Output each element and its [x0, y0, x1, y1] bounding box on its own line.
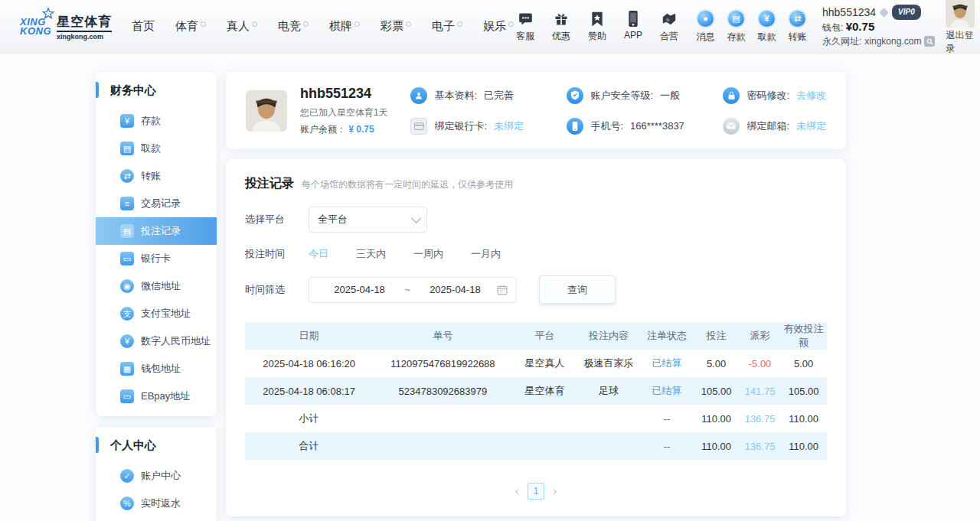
deposit-icon: ▤ [727, 9, 746, 28]
wechat-icon: ◉ [120, 279, 134, 293]
email-bind-item: 绑定邮箱: 未绑定 [723, 118, 826, 135]
vip-gem-icon [879, 8, 889, 18]
date-to-input[interactable]: 2025-04-18 [413, 284, 497, 295]
header-payout: 派彩 [740, 322, 780, 350]
withdraw-link[interactable]: ¥ 取款 [757, 9, 776, 44]
date-range-label: 时间筛选 [245, 283, 309, 297]
sidebar-item-realtime-rebate[interactable]: % 实时返水 [96, 490, 217, 517]
wallet-balance: ¥0.75 [846, 20, 875, 33]
digital-yuan-icon: ¥ [120, 334, 134, 348]
handshake-icon [661, 10, 678, 27]
sidebar-item-transactions[interactable]: ≡ 交易记录 [96, 190, 217, 217]
sidebar-item-wallet-address[interactable]: ▦ 钱包地址 [96, 355, 217, 383]
total-row: 合计 -- 110.00 136.75 110.00 [245, 432, 827, 460]
menu-item-chess[interactable]: 棋牌 [329, 19, 360, 34]
bind-bankcard-link[interactable]: 未绑定 [494, 119, 524, 133]
customer-service-link[interactable]: 客服 [514, 10, 537, 43]
bet-records-title: 投注记录 [245, 176, 294, 192]
partnership-link[interactable]: 合营 [658, 10, 681, 43]
bet-records-icon: ▤ [120, 224, 134, 238]
user-avatar[interactable] [946, 0, 975, 28]
account-links: ● 消息 ▤ 存款 ¥ 取款 ⇄ 转账 [696, 9, 807, 44]
bet-records-card: 投注记录 每个场馆的数据将有一定时间的延迟，仅供参考使用 选择平台 全平台 投注… [226, 159, 846, 516]
bankcard-icon: ▭ [120, 252, 134, 265]
wallet-label: 钱包: [822, 22, 843, 33]
logo-kong: KONG [20, 27, 51, 36]
transfer-icon: ⇄ [120, 169, 134, 183]
date-range-picker[interactable]: 2025-04-18 ~ 2025-04-18 [309, 277, 517, 303]
menu-item-slots[interactable]: 电子 [432, 19, 462, 34]
balance-value: ¥ 0.75 [348, 124, 374, 135]
platform-filter-label: 选择平台 [245, 213, 309, 226]
chevron-down-icon [411, 213, 421, 223]
profile-card: hhb551234 您已加入星空体育1天 账户余额： ¥ 0.75 基本资料: … [226, 72, 846, 149]
menu-item-sports[interactable]: 体育 [175, 19, 206, 34]
next-page-button[interactable]: › [553, 485, 557, 497]
dropdown-ring-icon [457, 21, 462, 27]
messages-link[interactable]: ● 消息 [696, 9, 715, 44]
finance-center-card: 财务中心 ¥ 存款 ▤ 取款 ⇄ 转账 ≡ 交易记录 ▤ 投注记录 ▭ [96, 72, 217, 416]
menu-item-lottery[interactable]: 彩票 [381, 19, 411, 34]
wallet-icon: ▦ [120, 362, 134, 376]
rebate-icon: % [120, 497, 134, 510]
table-row: 2025-04-18 06:08:17 5234783092683979 星空体… [245, 377, 827, 405]
deposit-link[interactable]: ▤ 存款 [727, 9, 746, 44]
shield-icon [567, 87, 583, 104]
message-icon: ● [696, 9, 715, 28]
menu-item-live[interactable]: 真人 [227, 19, 257, 34]
time-option-month[interactable]: 一月内 [471, 247, 501, 261]
permanent-url-value: xingkong.com [864, 34, 921, 48]
subtotal-row: 小计 -- 110.00 136.75 110.00 [245, 405, 827, 432]
magnifier-icon[interactable] [924, 36, 935, 47]
header-content: 投注内容 [577, 322, 641, 350]
dropdown-ring-icon [201, 21, 206, 27]
sidebar-item-transfer[interactable]: ⇄ 转账 [96, 162, 217, 190]
vip-badge: VIP0 [892, 5, 921, 20]
dropdown-ring-icon [354, 21, 360, 27]
withdraw-icon: ¥ [757, 9, 776, 28]
sidebar-item-bankcard[interactable]: ▭ 银行卡 [96, 245, 217, 272]
quick-links: 客服 优惠 赞助 APP 合营 [514, 10, 681, 43]
sidebar-item-wechat-address[interactable]: ◉ 微信地址 [96, 272, 217, 300]
transfer-link[interactable]: ⇄ 转账 [788, 9, 807, 44]
sidebar-item-withdraw[interactable]: ▤ 取款 [96, 135, 217, 162]
logout-button[interactable]: 退出登录 [946, 29, 975, 55]
bet-time-filter-label: 投注时间 [245, 247, 309, 261]
sidebar-item-account-center[interactable]: ✓ 账户中心 [96, 462, 217, 490]
calendar-icon [497, 285, 508, 295]
sidebar: 财务中心 ¥ 存款 ▤ 取款 ⇄ 转账 ≡ 交易记录 ▤ 投注记录 ▭ [96, 72, 217, 521]
prev-page-button[interactable]: ‹ [515, 485, 519, 497]
platform-select[interactable]: 全平台 [309, 207, 427, 233]
pagination: ‹ 1 › [245, 483, 827, 500]
profile-info-grid: 基本资料: 已完善 账户安全等级: 一般 密码修改: 去修改 [410, 87, 826, 135]
deposit-icon: ¥ [120, 114, 134, 128]
time-option-3days[interactable]: 三天内 [356, 247, 386, 261]
time-options: 今日 三天内 一周内 一月内 [309, 247, 501, 261]
time-option-week[interactable]: 一周内 [413, 247, 443, 261]
search-button[interactable]: 查询 [539, 275, 616, 304]
sidebar-item-ebpay-address[interactable]: ▭ EBpay地址 [96, 383, 217, 410]
date-from-input[interactable]: 2025-04-18 [318, 284, 401, 295]
sponsor-link[interactable]: 赞助 [586, 10, 609, 43]
menu-item-entertainment[interactable]: 娱乐 [483, 19, 514, 34]
header-status: 注单状态 [641, 322, 693, 350]
menu-item-home[interactable]: 首页 [132, 19, 155, 34]
menu-item-esports[interactable]: 电竞 [278, 19, 309, 34]
header-valid-amount: 有效投注额 [780, 322, 827, 350]
sidebar-item-alipay-address[interactable]: 支 支付宝地址 [96, 300, 217, 327]
main-content: hhb551234 您已加入星空体育1天 账户余额： ¥ 0.75 基本资料: … [226, 72, 846, 516]
bind-email-link[interactable]: 未绑定 [796, 119, 826, 133]
app-download-link[interactable]: APP [622, 10, 645, 43]
sidebar-item-deposit[interactable]: ¥ 存款 [96, 107, 217, 135]
change-password-link[interactable]: 去修改 [796, 89, 826, 103]
user-circle-icon [410, 87, 427, 104]
main-menu: 首页 体育 真人 电竞 棋牌 彩票 电子 娱乐 [132, 19, 514, 34]
security-level-item: 账户安全等级: 一般 [567, 87, 720, 104]
time-option-today[interactable]: 今日 [309, 247, 328, 261]
sidebar-item-bet-records[interactable]: ▤ 投注记录 [96, 217, 217, 245]
promotions-link[interactable]: 优惠 [550, 10, 573, 43]
page-number[interactable]: 1 [528, 483, 544, 500]
dropdown-ring-icon [508, 21, 514, 27]
site-logo[interactable]: XING KONG 星空体育 xingkong.com [20, 13, 112, 41]
sidebar-item-ecny-address[interactable]: ¥ 数字人民币地址 [96, 327, 217, 355]
